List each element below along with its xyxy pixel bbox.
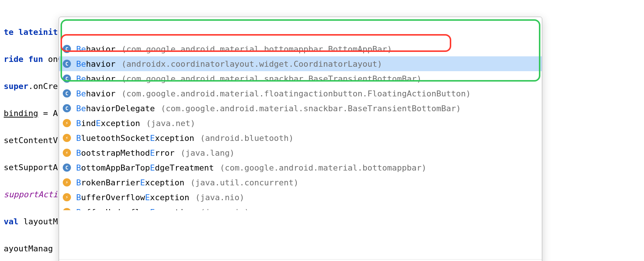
suggestion-package: (com.google.android.material.snackbar.Ba… xyxy=(121,73,422,85)
suggestion-item[interactable]: CBehavior(androidx.coordinatorlayout.wid… xyxy=(59,56,542,71)
class-icon: C xyxy=(63,163,71,172)
suggestion-text: BootstrapMethodError xyxy=(76,147,175,159)
suggestion-text: Behavior xyxy=(76,43,116,55)
suggestion-package: (android.bluetooth) xyxy=(200,132,294,144)
exception-icon: ⚡ xyxy=(63,149,71,157)
suggestion-text: BindException xyxy=(76,117,140,129)
suggestion-item[interactable]: CBehavior(com.google.android.material.sn… xyxy=(59,71,542,86)
suggestion-text: Behavior xyxy=(76,87,116,100)
suggestion-text: Behavior xyxy=(76,58,116,70)
suggestion-item[interactable]: ⚡BindException(java.net) xyxy=(59,116,542,130)
suggestion-item[interactable]: ⚡BufferOverflowException(java.nio) xyxy=(59,190,542,205)
suggestion-item[interactable]: CBehavior(com.google.android.material.fl… xyxy=(59,86,542,101)
exception-icon: ⚡ xyxy=(63,119,71,127)
class-icon: C xyxy=(63,104,71,112)
suggestion-text: BehaviorDelegate xyxy=(76,102,155,115)
exception-icon: ⚡ xyxy=(63,134,71,142)
suggestion-package: (java.net) xyxy=(146,117,195,129)
suggestion-list[interactable]: CBehavior(com.google.android.material.bo… xyxy=(59,42,542,210)
suggestion-package: (com.google.android.material.bottomappba… xyxy=(121,43,392,55)
suggestion-item[interactable]: ⚡BluetoothSocketException(android.blueto… xyxy=(59,130,542,145)
suggestion-text: BrokenBarrierException xyxy=(76,176,184,189)
suggestion-package: (com.google.android.material.snackbar.Ba… xyxy=(161,102,461,115)
suggestion-item[interactable]: CBehaviorDelegate(com.google.android.mat… xyxy=(59,101,542,116)
suggestion-package: (java.nio) xyxy=(195,191,244,204)
autocomplete-popup[interactable]: CBehavior(com.google.android.material.bo… xyxy=(59,17,542,261)
suggestion-package: (com.google.android.material.floatingact… xyxy=(121,87,471,100)
popup-footer: Press ↵ to insert, ⇥ to replace Next Tip xyxy=(59,259,542,261)
code-editor[interactable]: te lateinit var binding:ActivityCoordina… xyxy=(0,0,644,261)
exception-icon: ⚡ xyxy=(63,193,71,201)
suggestion-item[interactable]: CBottomAppBarTopEdgeTreatment(com.google… xyxy=(59,160,542,175)
class-icon: C xyxy=(63,45,71,53)
class-icon: C xyxy=(63,60,71,68)
suggestion-package: (com.google.android.material.bottomappba… xyxy=(220,162,426,174)
exception-icon: ⚡ xyxy=(63,208,71,210)
suggestion-text: BluetoothSocketException xyxy=(76,132,194,144)
suggestion-package: (java.nio) xyxy=(200,206,249,211)
suggestion-item[interactable]: ⚡BrokenBarrierException(java.util.concur… xyxy=(59,175,542,190)
suggestion-item[interactable]: ⚡BufferUnderflowException(java.nio) xyxy=(59,205,542,210)
class-icon: C xyxy=(63,75,71,83)
suggestion-package: (java.util.concurrent) xyxy=(190,176,298,189)
class-icon: C xyxy=(63,89,71,98)
suggestion-item[interactable]: ⚡BootstrapMethodError(java.lang) xyxy=(59,145,542,160)
suggestion-item[interactable]: CBehavior(com.google.android.material.bo… xyxy=(59,42,542,56)
suggestion-text: BufferUnderflowException xyxy=(76,206,194,211)
suggestion-text: BottomAppBarTopEdgeTreatment xyxy=(76,162,214,174)
suggestion-package: (androidx.coordinatorlayout.widget.Coord… xyxy=(121,58,382,70)
suggestion-text: BufferOverflowException xyxy=(76,191,189,204)
exception-icon: ⚡ xyxy=(63,178,71,186)
suggestion-package: (java.lang) xyxy=(180,147,235,159)
suggestion-text: Behavior xyxy=(76,73,116,85)
